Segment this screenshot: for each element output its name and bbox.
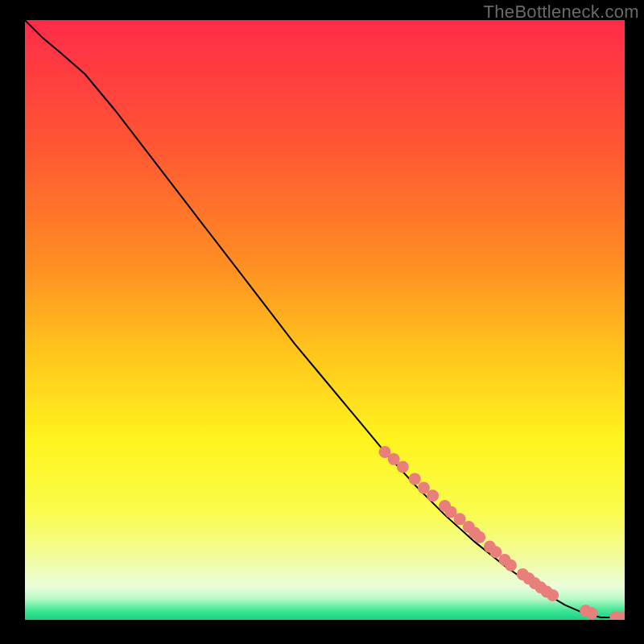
plot-area (25, 20, 625, 620)
chart-frame: TheBottleneck.com (0, 0, 644, 644)
data-marker (427, 489, 439, 502)
data-marker (409, 473, 421, 485)
data-marker (547, 589, 559, 601)
data-marker (505, 559, 517, 572)
main-curve (25, 20, 625, 617)
data-marker (619, 611, 625, 620)
data-overlay (25, 20, 625, 620)
marker-group (379, 446, 625, 620)
data-marker (586, 607, 598, 619)
data-marker (397, 461, 409, 473)
data-marker (473, 531, 485, 543)
watermark-text: TheBottleneck.com (484, 2, 639, 23)
